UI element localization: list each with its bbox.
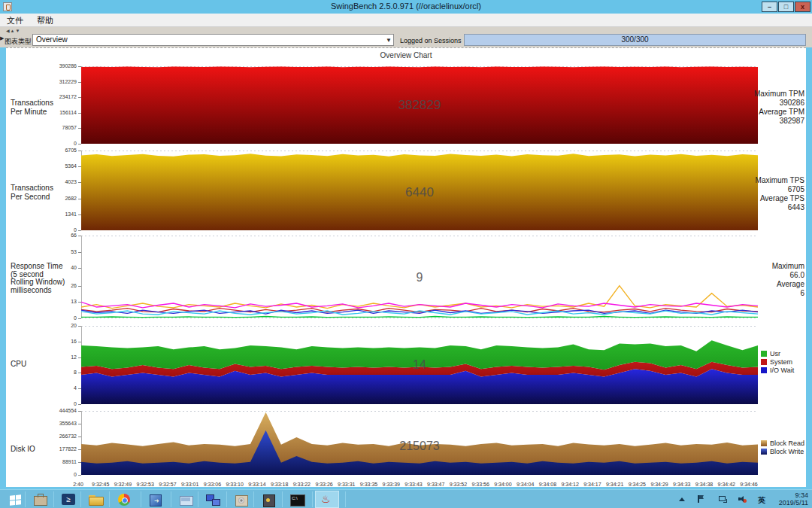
- x-axis-label: 9:33:47: [427, 482, 444, 487]
- legend-row: Usr: [761, 349, 794, 357]
- stats-line: Average TPS: [714, 194, 804, 203]
- stats-line: 6705: [714, 185, 804, 194]
- y-tick-label: 78057: [39, 125, 77, 130]
- taskbar-clock[interactable]: 9:34 2019/5/11: [779, 491, 808, 506]
- taskbar-item-file-explorer[interactable]: [83, 491, 108, 508]
- x-axis-label: 9:34:00: [494, 482, 511, 487]
- powershell-icon: [60, 492, 77, 507]
- y-tick-label: 8: [39, 370, 77, 375]
- taskbar-item-package[interactable]: [229, 491, 253, 508]
- menu-item-0[interactable]: 文件: [0, 14, 30, 27]
- package-icon: [233, 492, 250, 507]
- toolbar: ◀▲▼ ▶ 图表类型 Overview ▼ Logged on Sessions…: [0, 27, 812, 47]
- stats-line: 66.0: [714, 271, 804, 280]
- taskbar-separator: [171, 491, 171, 507]
- y-tick-label: 66: [39, 233, 77, 238]
- y-tick-mark: [78, 230, 81, 231]
- taskbar-separator: [25, 491, 26, 507]
- taskbar-item-server-manager[interactable]: [28, 491, 52, 508]
- chart-title-response: (5 second: [11, 270, 44, 278]
- legend-label: Block Read: [770, 440, 804, 447]
- x-axis-label: 9:33:06: [204, 482, 221, 487]
- taskbar-separator: [198, 491, 198, 507]
- close-button[interactable]: x: [795, 2, 810, 12]
- panel-title: Overview Chart: [0, 51, 812, 59]
- x-axis-label: 9:34:17: [583, 482, 601, 487]
- taskbar-item-putty[interactable]: [201, 491, 225, 508]
- chart-type-select[interactable]: Overview ▼: [32, 34, 394, 46]
- title-bar[interactable]: SwingBench 2.5.0.971 (//oraclelinux/orcl…: [0, 0, 812, 14]
- minimize-button[interactable]: –: [762, 2, 777, 12]
- chart-type-label: 图表类型: [5, 37, 32, 47]
- y-tick-mark: [78, 144, 81, 144]
- chart-stats-tpm: Maximum TPM390286Average TPM382987: [714, 90, 804, 126]
- menu-item-1[interactable]: 帮助: [30, 14, 60, 27]
- legend-swatch: [761, 351, 767, 357]
- stats-line: Average: [714, 280, 804, 289]
- taskbar: 9:34 2019/5/11 英: [0, 489, 812, 508]
- chart-value-cpu: 14: [81, 358, 758, 372]
- chart-stats-response: Maximum66.0Average6: [714, 262, 804, 298]
- x-axis-label: 9:33:35: [360, 482, 377, 487]
- x-axis-label: 9:33:10: [226, 482, 243, 487]
- sessions-progress: 300/300: [464, 34, 806, 46]
- stats-line: Maximum TPS: [714, 176, 804, 185]
- tray-chevron-up-icon[interactable]: [679, 495, 685, 501]
- taskbar-item-chrome[interactable]: [112, 491, 136, 508]
- stats-line: 6: [714, 289, 804, 298]
- taskbar-item-powershell[interactable]: [56, 491, 80, 508]
- file-explorer-icon: [87, 492, 104, 507]
- stats-line: Maximum TPM: [714, 90, 804, 99]
- splitter-arrows-icon[interactable]: ◀▲▼: [6, 28, 21, 33]
- x-axis-label: 9:33:31: [338, 482, 355, 487]
- chart-value-diskio: 215073: [81, 440, 758, 453]
- y-tick-label: 53: [39, 249, 77, 254]
- taskbar-item-windows-start[interactable]: [2, 491, 26, 508]
- taskbar-item-cmd[interactable]: [285, 491, 309, 508]
- chart-value-tpm: 382829: [81, 98, 758, 113]
- chart-legend-cpu: UsrSystemI/O Wait: [761, 349, 794, 374]
- taskbar-item-installer[interactable]: [144, 491, 168, 508]
- x-axis-label: 9:34:04: [517, 482, 534, 487]
- tray-ime-indicator[interactable]: 英: [758, 495, 765, 506]
- collapse-arrow-icon[interactable]: ▶: [0, 35, 4, 41]
- tray-flag-icon[interactable]: [698, 495, 704, 503]
- x-axis-label: 9:32:53: [137, 482, 154, 487]
- y-tick-label: 6705: [39, 148, 77, 153]
- y-tick-label: 2682: [39, 196, 77, 201]
- legend-swatch: [761, 367, 767, 373]
- stats-line: 382987: [714, 117, 804, 126]
- y-tick-label: 4: [39, 385, 77, 391]
- y-tick-label: 88911: [39, 459, 77, 464]
- tray-volume-icon[interactable]: [738, 495, 747, 503]
- taskbar-item-mail[interactable]: [174, 491, 198, 508]
- cmd-icon: [289, 492, 305, 507]
- legend-swatch: [761, 359, 767, 365]
- legend-label: System: [770, 358, 792, 366]
- y-tick-label: 234172: [39, 94, 77, 99]
- x-axis-label: 9:34:25: [629, 482, 646, 487]
- taskbar-separator: [282, 491, 283, 507]
- x-axis-label: 9:33:01: [181, 482, 198, 487]
- chart-title-tps: Transactions: [11, 184, 53, 192]
- y-tick-label: 5364: [39, 163, 77, 169]
- maximize-button[interactable]: □: [778, 2, 794, 12]
- legend-row: I/O Wait: [761, 366, 794, 374]
- y-tick-label: 0: [39, 401, 77, 406]
- x-axis-label: 9:33:22: [293, 482, 311, 487]
- taskbar-separator: [141, 491, 141, 507]
- tray-network-icon[interactable]: [719, 495, 727, 503]
- x-axis-label: 9:33:39: [383, 482, 400, 487]
- mail-icon: [177, 492, 194, 507]
- stats-line: 390286: [714, 99, 804, 108]
- taskbar-separator: [109, 491, 110, 507]
- stats-line: Maximum: [714, 262, 804, 271]
- taskbar-item-java[interactable]: [315, 491, 339, 508]
- y-tick-mark: [78, 475, 81, 476]
- taskbar-item-safe[interactable]: [256, 491, 280, 508]
- windows-start-icon: [6, 492, 23, 507]
- y-tick-label: 12: [39, 354, 77, 360]
- taskbar-separator: [253, 491, 254, 507]
- y-tick-label: 156114: [39, 110, 77, 115]
- legend-swatch: [761, 449, 767, 455]
